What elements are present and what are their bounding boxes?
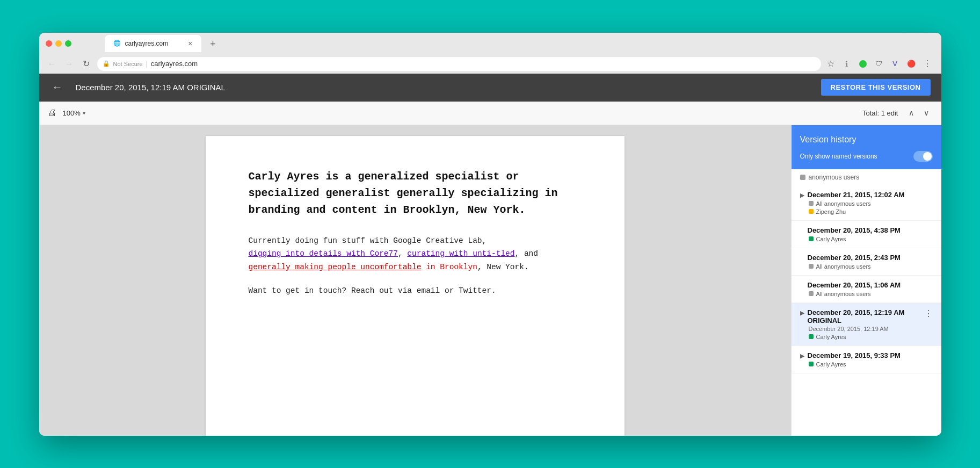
doc-toolbar: 🖨 100% ▾ Total: 1 edit ∧ ∨ [39, 102, 941, 125]
back-nav-button[interactable]: ← [46, 57, 59, 70]
doc-paragraph-1: Currently doing fun stuff with Google Cr… [249, 234, 582, 274]
version-item[interactable]: ▶ December 19, 2015, 9:33 PM Carly Ayres [792, 346, 941, 373]
version-user-row: All anonymous users [800, 263, 933, 270]
anon-label: anonymous users [809, 174, 860, 181]
print-icon[interactable]: 🖨 [48, 108, 56, 118]
version-sub-date: December 20, 2015, 12:19 AM [800, 326, 933, 332]
doc-text-ny: , New York. [477, 263, 529, 271]
traffic-light-yellow[interactable] [55, 40, 62, 47]
document-page: Carly Ayres is a generalized specialist … [206, 136, 625, 436]
forward-nav-button[interactable]: → [63, 57, 76, 70]
toggle-knob [923, 152, 932, 161]
restore-version-button[interactable]: RESTORE THIS VERSION [821, 79, 931, 96]
version-date: December 21, 2015, 12:02 AM [808, 191, 933, 199]
url-text: carlyayres.com [151, 60, 198, 68]
version-user-2: Zipeng Zhu [816, 208, 846, 215]
zoom-value: 100% [63, 109, 81, 117]
traffic-light-red[interactable] [46, 40, 52, 47]
new-tab-button[interactable]: + [206, 37, 221, 52]
version-item[interactable]: ▶ December 20, 2015, 2:43 PM All anonymo… [792, 248, 941, 276]
not-secure-label: Not Secure [113, 61, 143, 67]
version-user: Carly Ayres [816, 236, 846, 242]
zoom-control[interactable]: 100% ▾ [63, 109, 85, 117]
version-user-row: Carly Ayres [800, 334, 933, 340]
version-list: anonymous users ▶ December 21, 2015, 12:… [792, 169, 941, 436]
version-date: December 20, 2015, 1:06 AM [808, 281, 933, 289]
extension-icon[interactable]: 🔴 [906, 59, 917, 69]
version-user: All anonymous users [816, 263, 871, 270]
app-content: ← December 20, 2015, 12:19 AM ORIGINAL R… [39, 74, 941, 436]
user-color-dot [809, 291, 814, 296]
version-date: December 20, 2015, 4:38 PM [808, 226, 933, 234]
version-item[interactable]: ▶ December 21, 2015, 12:02 AM All anonym… [792, 185, 941, 221]
sidebar-title: Version history [800, 135, 933, 145]
doc-link-uncomfortable[interactable]: generally making people uncomfortable [249, 263, 422, 271]
version-item-header: ▶ December 20, 2015, 12:19 AM ORIGINAL ⋮ [800, 308, 933, 325]
version-expand-icon: ▶ [800, 309, 804, 316]
browser-actions: ☆ ℹ 🛡 V 🔴 ⋮ [825, 59, 935, 69]
version-expand-icon: ▶ [800, 192, 804, 199]
version-nav-arrows: ∧ ∨ [905, 106, 933, 119]
url-bar[interactable]: 🔒 Not Secure | carlyayres.com [97, 57, 821, 71]
doc-and: , and [515, 249, 539, 258]
version-nav-down[interactable]: ∨ [920, 106, 933, 119]
shield-icon[interactable]: 🛡 [874, 59, 884, 69]
user-color-dot [809, 362, 814, 366]
title-bar: 🌐 carlyayres.com × + [39, 33, 941, 54]
doc-title: December 20, 2015, 12:19 AM ORIGINAL [76, 83, 810, 92]
tab-close-button[interactable]: × [188, 39, 192, 48]
version-item-original[interactable]: ▶ December 20, 2015, 12:19 AM ORIGINAL ⋮… [792, 303, 941, 346]
version-item[interactable]: ▶ December 20, 2015, 4:38 PM Carly Ayres [792, 221, 941, 248]
version-user: All anonymous users [816, 291, 871, 297]
browser-tab[interactable]: 🌐 carlyayres.com × [105, 35, 201, 52]
green-circle-icon[interactable] [858, 59, 868, 69]
version-user: Carly Ayres [816, 361, 846, 368]
doc-paragraph-2: Want to get in touch? Reach out via emai… [249, 284, 582, 298]
version-more-icon[interactable]: ⋮ [924, 308, 933, 319]
version-user: Carly Ayres [816, 334, 846, 340]
anon-color-dot [800, 175, 805, 180]
secure-icon: 🔒 [103, 60, 110, 67]
version-nav-up[interactable]: ∧ [905, 106, 918, 119]
version-item-header: ▶ December 20, 2015, 2:43 PM [800, 254, 933, 262]
edit-count-label: Total: 1 edit [862, 109, 898, 117]
url-separator: | [146, 60, 148, 68]
version-user: All anonymous users [816, 200, 871, 207]
tab-favicon: 🌐 [113, 40, 121, 47]
version-item-header: ▶ December 20, 2015, 1:06 AM [800, 281, 933, 289]
document-area: Carly Ayres is a generalized specialist … [39, 125, 791, 436]
address-bar: ← → ↻ 🔒 Not Secure | carlyayres.com ☆ ℹ … [39, 54, 941, 74]
reload-button[interactable]: ↻ [80, 57, 93, 70]
doc-comma: , [398, 249, 403, 258]
doc-link-core77[interactable]: digging into details with Core77 [249, 249, 398, 258]
doc-text-brooklyn: in Brooklyn [421, 263, 477, 271]
named-versions-toggle[interactable] [913, 151, 933, 162]
info-icon[interactable]: ℹ [841, 59, 852, 69]
version-sidebar: Version history Only show named versions… [791, 125, 941, 436]
traffic-lights [46, 40, 71, 47]
version-date: December 19, 2015, 9:33 PM [808, 351, 933, 359]
toggle-label: Only show named versions [800, 153, 877, 160]
traffic-light-green[interactable] [65, 40, 71, 47]
user-color-dot [809, 264, 814, 269]
browser-window: 🌐 carlyayres.com × + ← → ↻ 🔒 Not Secure … [39, 33, 941, 436]
version-user-row: Carly Ayres [800, 361, 933, 368]
vpn-icon[interactable]: V [890, 59, 901, 69]
version-user-row: Carly Ayres [800, 236, 933, 242]
version-user-row-2: Zipeng Zhu [800, 208, 933, 215]
user-color-dot [809, 236, 814, 241]
version-user-row: All anonymous users [800, 291, 933, 297]
menu-icon[interactable]: ⋮ [922, 59, 933, 69]
version-user-row: All anonymous users [800, 200, 933, 207]
version-item-header: ▶ December 19, 2015, 9:33 PM [800, 351, 933, 359]
version-date: December 20, 2015, 2:43 PM [808, 254, 933, 262]
app-toolbar: ← December 20, 2015, 12:19 AM ORIGINAL R… [39, 74, 941, 102]
sidebar-header: Version history Only show named versions [792, 125, 941, 169]
version-item[interactable]: ▶ December 20, 2015, 1:06 AM All anonymo… [792, 276, 941, 303]
back-button[interactable]: ← [50, 80, 65, 95]
user-color-dot [809, 201, 814, 206]
doc-link-untitled[interactable]: curating with unti-tled [407, 249, 514, 258]
doc-text-intro: Currently doing fun stuff with Google Cr… [249, 236, 487, 245]
bookmark-icon[interactable]: ☆ [825, 59, 836, 69]
doc-body: Currently doing fun stuff with Google Cr… [249, 234, 582, 298]
